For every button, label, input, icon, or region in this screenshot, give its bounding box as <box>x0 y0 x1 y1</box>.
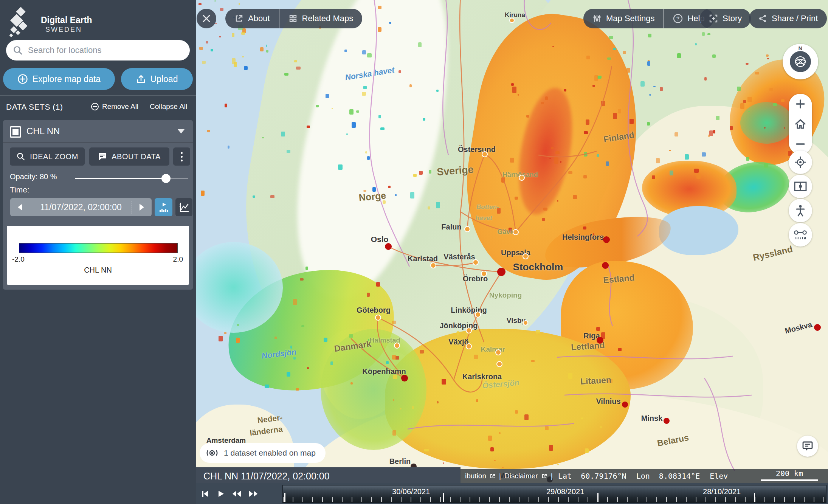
radar-icon <box>206 447 219 459</box>
city-marker <box>603 236 610 243</box>
timeline-ticks <box>283 497 826 502</box>
locate-icon <box>794 156 807 169</box>
about-data-label: ABOUT DATA <box>112 152 160 161</box>
elev-label: Elev <box>710 471 728 481</box>
animate-button[interactable] <box>155 198 172 216</box>
next-time-button[interactable] <box>132 204 152 211</box>
dataset-menu-button[interactable] <box>173 147 190 166</box>
city-marker <box>495 349 501 355</box>
home-button[interactable] <box>795 119 806 129</box>
line-chart-icon <box>178 202 190 213</box>
dataset-status-pill[interactable]: 1 dataset enabled on map <box>200 443 326 463</box>
city-marker <box>394 343 400 349</box>
locate-me-button[interactable] <box>789 150 812 174</box>
remove-all-button[interactable]: Remove All <box>91 102 138 111</box>
zoom-out-button[interactable] <box>795 139 805 149</box>
fast-forward-button[interactable] <box>247 488 259 500</box>
map-label: Kiruna <box>505 11 525 19</box>
map-settings-label: Map Settings <box>606 14 654 23</box>
slider-thumb[interactable] <box>161 174 171 183</box>
dataset-checkbox[interactable] <box>10 126 21 138</box>
timeseries-chart-button[interactable] <box>175 198 192 216</box>
timeline-date-label: 28/10/2021 <box>703 487 741 496</box>
slider-track-filled <box>75 178 166 179</box>
dataset-title: CHL NN <box>26 126 60 136</box>
map-label: Botten- <box>476 203 499 211</box>
sidebar: Digital Earth SWEDEN Explore map data Up… <box>0 0 196 504</box>
credit-bar: CHL NN 11/07/2022, 02:00:00 ibution | Di… <box>196 469 828 483</box>
about-data-button[interactable]: ABOUT DATA <box>89 147 169 166</box>
map-settings-button[interactable]: Map Settings <box>583 9 664 28</box>
play-button[interactable] <box>215 488 227 500</box>
map-label: Stockholm <box>513 261 563 273</box>
city-marker <box>814 324 821 331</box>
pedestrian-view-button[interactable] <box>789 199 812 222</box>
ideal-zoom-button[interactable]: IDEAL ZOOM <box>10 147 85 166</box>
share-print-pill: Share / Print <box>749 9 827 28</box>
links-divider: | <box>551 472 553 480</box>
grid-icon <box>288 14 298 23</box>
rewind-icon <box>231 489 242 498</box>
about-button[interactable]: About <box>225 9 279 28</box>
dataset-card-header[interactable]: CHL NN <box>3 120 193 143</box>
credit-links: ibution | Disclaimer | <box>465 469 553 483</box>
close-panel-button[interactable] <box>197 9 216 28</box>
time-value[interactable]: 11/07/2022, 02:00:00 <box>30 201 132 214</box>
fast-forward-icon <box>248 489 259 498</box>
zoom-in-button[interactable] <box>795 99 805 109</box>
previous-time-button[interactable] <box>10 204 30 211</box>
compare-split-button[interactable] <box>789 175 812 198</box>
attribution-link[interactable]: ibution <box>465 472 486 480</box>
explore-map-data-button[interactable]: Explore map data <box>3 68 115 90</box>
kebab-icon <box>181 152 183 154</box>
magnifier-icon <box>16 152 25 161</box>
map-canvas[interactable]: KirunaNorska havetÖstersundSverigeHärnös… <box>196 0 828 504</box>
skip-to-start-button[interactable] <box>199 488 211 500</box>
play-bars-icon <box>158 202 169 213</box>
location-search[interactable] <box>6 40 190 60</box>
map-scale: 200 km <box>761 469 818 483</box>
external-link-icon <box>541 473 547 479</box>
city-marker <box>464 226 470 232</box>
collapse-all-button[interactable]: Collapse All <box>150 102 187 111</box>
feedback-button[interactable] <box>797 436 818 457</box>
city-marker <box>513 229 519 235</box>
arrow-left-icon <box>18 204 22 211</box>
rewind-button[interactable] <box>231 488 243 500</box>
search-input[interactable] <box>27 45 172 56</box>
lat-value: 60.79176°N <box>581 471 626 481</box>
related-maps-label: Related Maps <box>302 14 354 23</box>
active-layer-label: CHL NN 11/07/2022, 02:00:00 <box>196 467 461 485</box>
story-label: Story <box>723 14 742 23</box>
share-print-button[interactable]: Share / Print <box>749 9 827 28</box>
upload-button[interactable]: Upload <box>121 68 193 90</box>
compass-control[interactable]: N <box>783 44 818 79</box>
opacity-label: Opacity: 80 % <box>10 172 57 181</box>
map-label: Oslo <box>371 235 389 244</box>
city-marker <box>497 268 505 276</box>
timeline-track[interactable]: 30/06/202129/08/202128/10/2021 <box>282 485 826 503</box>
timeline-date-label: 30/06/2021 <box>392 487 430 496</box>
city-marker <box>466 327 472 333</box>
story-pill: Story <box>700 9 751 28</box>
city-marker <box>401 375 408 381</box>
opacity-slider[interactable] <box>75 178 188 179</box>
disclaimer-link[interactable]: Disclaimer <box>504 472 538 480</box>
search-icon <box>13 45 23 55</box>
chevron-down-icon[interactable] <box>178 129 185 133</box>
timeline-cursor[interactable] <box>284 493 285 502</box>
external-link-icon <box>234 14 243 23</box>
arrow-right-icon <box>140 204 144 211</box>
plus-circle-icon <box>17 74 28 84</box>
city-marker <box>523 320 528 326</box>
upload-label: Upload <box>150 74 178 84</box>
app-window: KirunaNorska havetÖstersundSverigeHärnös… <box>0 0 828 504</box>
scale-line <box>761 479 818 481</box>
measure-button[interactable] <box>789 223 812 247</box>
chat-icon <box>802 441 813 451</box>
related-maps-button[interactable]: Related Maps <box>279 9 363 28</box>
story-button[interactable]: Story <box>700 9 751 28</box>
city-marker <box>496 361 502 367</box>
scale-label: 200 km <box>776 469 803 478</box>
share-print-label: Share / Print <box>772 14 818 23</box>
